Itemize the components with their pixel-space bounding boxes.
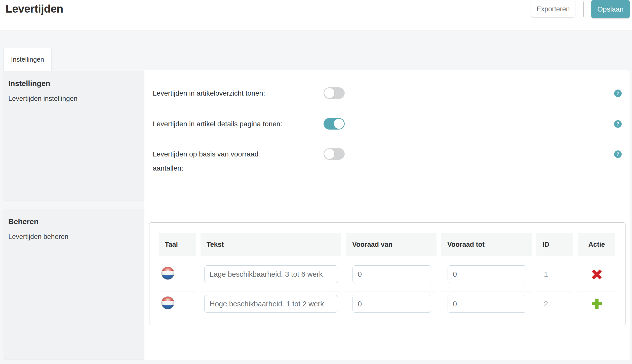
add-row-button[interactable] xyxy=(592,299,602,309)
vooraad-tot-input[interactable] xyxy=(448,295,526,313)
action-wrap xyxy=(578,262,615,280)
sidebar-section-beheren: Beheren Levertijden beheren xyxy=(4,209,144,359)
dutch-flag-icon xyxy=(161,267,174,280)
column-header-actie: Actie xyxy=(578,233,615,256)
toggle-knob xyxy=(324,88,334,98)
toggle-switch[interactable] xyxy=(324,118,345,130)
setting-row: Levertijden in artikel details pagina to… xyxy=(153,117,630,147)
setting-label: Levertijden op basis van voorraad aantal… xyxy=(153,147,258,175)
app-root: Levertijden Exporteren Opslaan Instellin… xyxy=(0,0,632,364)
delete-row-button[interactable] xyxy=(591,269,602,280)
action-wrap xyxy=(578,292,615,309)
setting-label: Levertijden in artikeloverzicht tonen: xyxy=(153,86,265,100)
table-cell-tekst xyxy=(201,292,341,321)
column-header-tekst: Tekst xyxy=(201,233,341,256)
levertijden-table: TaalTekstVooraad vanVooraad totIDActie12 xyxy=(159,233,615,321)
dutch-flag-icon xyxy=(161,296,174,309)
header-gap xyxy=(201,256,341,262)
table-cell-vooraad-tot xyxy=(441,262,532,292)
header-gap xyxy=(536,256,573,262)
help-icon[interactable]: ? xyxy=(614,150,622,158)
setting-row: Levertijden in artikeloverzicht tonen: ? xyxy=(153,86,630,116)
vooraad-tot-input[interactable] xyxy=(448,265,526,283)
column-header-id: ID xyxy=(536,233,573,256)
table-cell-vooraad-tot xyxy=(441,292,532,321)
table-cell-vooraad-van xyxy=(346,262,437,292)
header-gap xyxy=(159,256,196,262)
help-icon[interactable]: ? xyxy=(614,120,622,128)
setting-row: Levertijden op basis van voorraad aantal… xyxy=(153,147,630,177)
table-cell-taal xyxy=(159,292,196,321)
table-cell-vooraad-van xyxy=(346,292,437,321)
toggle-knob xyxy=(324,149,334,159)
tab-instellingen[interactable]: Instellingen xyxy=(4,48,51,71)
sidebar-heading-instellingen: Instellingen xyxy=(8,79,139,88)
column-header-vooraad-van: Vooraad van xyxy=(346,233,437,256)
header-gap xyxy=(346,256,437,262)
sidebar-section-instellingen: Instellingen Levertijden instellingen xyxy=(4,71,144,200)
row-id: 2 xyxy=(536,292,573,321)
row-id: 1 xyxy=(536,262,573,292)
table-cell-actie xyxy=(578,292,615,321)
toggle-knob xyxy=(334,119,344,129)
column-header-taal: Taal xyxy=(159,233,196,256)
toggle-switch[interactable] xyxy=(324,148,345,160)
table-cell-tekst xyxy=(201,262,341,292)
tekst-input[interactable] xyxy=(204,295,338,313)
header-gap xyxy=(578,256,615,262)
setting-label: Levertijden in artikel details pagina to… xyxy=(153,117,282,131)
page-title: Levertijden xyxy=(6,3,63,15)
top-header: Levertijden Exporteren Opslaan xyxy=(0,0,632,30)
header-divider xyxy=(583,2,584,17)
table-cell-taal xyxy=(159,262,196,292)
save-button[interactable]: Opslaan xyxy=(591,0,630,18)
sidebar-item-levertijden-beheren[interactable]: Levertijden beheren xyxy=(8,233,139,241)
column-header-vooraad-tot: Vooraad tot xyxy=(441,233,532,256)
table-cell-actie xyxy=(578,262,615,292)
sidebar-item-levertijden-instellingen[interactable]: Levertijden instellingen xyxy=(8,95,139,103)
header-gap xyxy=(441,256,532,262)
help-icon[interactable]: ? xyxy=(614,90,622,97)
levertijden-table-card: TaalTekstVooraad vanVooraad totIDActie12 xyxy=(149,222,626,325)
toggle-switch[interactable] xyxy=(324,87,345,99)
vooraad-van-input[interactable] xyxy=(352,295,431,313)
tekst-input[interactable] xyxy=(204,265,338,283)
sidebar-heading-beheren: Beheren xyxy=(8,217,139,226)
vooraad-van-input[interactable] xyxy=(352,265,431,283)
workspace-background: Instellingen Instellingen Levertijden in… xyxy=(0,30,632,364)
export-button[interactable]: Exporteren xyxy=(531,1,575,18)
main-panel: Levertijden in artikeloverzicht tonen: ?… xyxy=(144,70,630,360)
